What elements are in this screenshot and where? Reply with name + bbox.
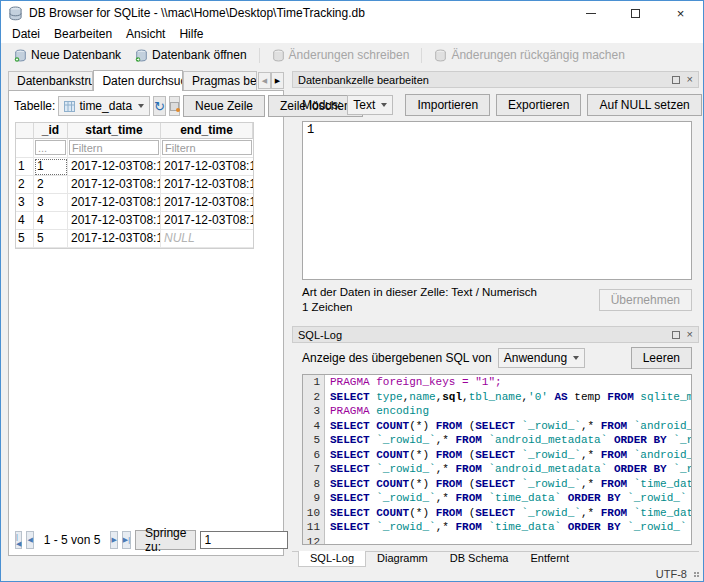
column-header-id[interactable]: _id: [34, 123, 68, 139]
start-time-cell[interactable]: 2017-12-03T08:19: [68, 230, 161, 248]
sql-log-line: 9SELECT `_rowid_`,* FROM `time_data` ORD…: [303, 491, 691, 506]
first-page-icon: |◀: [16, 533, 21, 548]
toolbar-separator: [421, 48, 422, 63]
edit-cell-dock-title: Datenbankzelle bearbeiten: [298, 74, 429, 86]
tab-scroll-left-icon[interactable]: ◀: [258, 72, 271, 89]
refresh-button[interactable]: ↻: [153, 96, 166, 116]
id-cell[interactable]: 4: [34, 212, 68, 230]
row-number-cell[interactable]: 1: [16, 158, 34, 176]
right-pane: Datenbankzelle bearbeiten × Modus: Text: [292, 69, 699, 567]
line-number: 12: [303, 535, 324, 546]
cell-content-editor[interactable]: 1: [302, 121, 692, 280]
column-header-end-time[interactable]: end_time: [161, 123, 253, 139]
last-page-button[interactable]: ▶|: [122, 531, 131, 549]
filter-input-id[interactable]: [35, 140, 66, 155]
table-row: 552017-12-03T08:19NULL: [16, 230, 253, 248]
close-button[interactable]: ×: [658, 1, 703, 25]
tab-daten-durchsuchen[interactable]: Daten durchsuchen: [93, 70, 183, 91]
float-dock-icon[interactable]: [672, 76, 680, 84]
write-changes-button[interactable]: Änderungen schreiben: [265, 46, 417, 64]
id-cell[interactable]: 3: [34, 194, 68, 212]
end-time-cell[interactable]: 2017-12-03T08:19: [161, 176, 253, 194]
bottom-tab-db-schema[interactable]: DB Schema: [439, 551, 520, 567]
id-cell[interactable]: 5: [34, 230, 68, 248]
goto-button[interactable]: Springe zu:: [135, 530, 196, 550]
records-table-body: 112017-12-03T08:192017-12-03T08:19222017…: [16, 158, 253, 248]
end-time-cell[interactable]: 2017-12-03T08:19: [161, 158, 253, 176]
bottom-tab-entfernt[interactable]: Entfernt: [519, 551, 580, 567]
row-number-cell[interactable]: 2: [16, 176, 34, 194]
statusbar: UTF-8: [1, 567, 703, 581]
resize-grip-icon[interactable]: [694, 572, 700, 578]
pagination-bar: |◀ ◀ 1 - 5 von 5 ▶ ▶| Springe zu:: [12, 527, 280, 552]
start-time-cell[interactable]: 2017-12-03T08:19: [68, 176, 161, 194]
sql-log-view[interactable]: 1PRAGMA foreign_keys = "1";2SELECT type,…: [302, 374, 692, 545]
mode-selector[interactable]: Text: [347, 95, 393, 115]
goto-input[interactable]: [200, 531, 288, 549]
clear-log-button[interactable]: Leeren: [631, 347, 692, 369]
menu-hilfe[interactable]: Hilfe: [172, 26, 210, 42]
save-records-button[interactable]: [169, 96, 180, 116]
end-time-cell[interactable]: NULL: [161, 230, 253, 248]
tab-pragmas-bearbeiten[interactable]: Pragmas bearbeit: [183, 71, 257, 90]
row-number-cell[interactable]: 5: [16, 230, 34, 248]
table-controls: Tabelle: time_data ↻: [12, 95, 280, 122]
main-area: Datenbankstruktur Daten durchsuchen Prag…: [1, 67, 703, 567]
bottom-tab-diagramm[interactable]: Diagramm: [366, 551, 439, 567]
minimize-button[interactable]: [568, 1, 613, 25]
float-dock-icon[interactable]: [672, 331, 680, 339]
line-number: 5: [303, 433, 324, 448]
previous-page-icon: ◀: [27, 536, 32, 544]
sql-source-selector[interactable]: Anwendung: [498, 348, 585, 368]
apply-button[interactable]: Übernehmen: [599, 289, 692, 311]
maximize-icon: [631, 9, 640, 18]
menu-ansicht[interactable]: Ansicht: [119, 26, 172, 42]
filter-input-start-time[interactable]: [69, 140, 159, 155]
app-window: DB Browser for SQLite - \\mac\Home\Deskt…: [0, 0, 704, 582]
browse-data-panel: Tabelle: time_data ↻: [8, 90, 284, 556]
close-dock-icon[interactable]: ×: [687, 75, 693, 84]
sql-log-line: 10SELECT COUNT(*) FROM (SELECT `_rowid_`…: [303, 506, 691, 521]
sql-log-line: 12: [303, 535, 691, 546]
chevron-down-icon: [381, 103, 387, 107]
menu-bearbeiten[interactable]: Bearbeiten: [47, 26, 119, 42]
previous-page-button[interactable]: ◀: [26, 531, 33, 549]
start-time-cell[interactable]: 2017-12-03T08:19: [68, 212, 161, 230]
line-number: 7: [303, 462, 324, 477]
row-number-cell[interactable]: 4: [16, 212, 34, 230]
last-page-icon: ▶|: [123, 536, 130, 544]
next-page-button[interactable]: ▶: [110, 531, 117, 549]
corner-header[interactable]: [16, 123, 34, 139]
set-null-button[interactable]: Auf NULL setzen: [587, 94, 701, 116]
first-page-button[interactable]: |◀: [15, 531, 22, 549]
minimize-icon: [586, 13, 596, 14]
start-time-cell[interactable]: 2017-12-03T08:19: [68, 194, 161, 212]
window-title: DB Browser for SQLite - \\mac\Home\Deskt…: [29, 6, 365, 20]
close-dock-icon[interactable]: ×: [687, 330, 693, 339]
open-database-icon: [135, 49, 148, 62]
maximize-button[interactable]: [613, 1, 658, 25]
new-record-button[interactable]: Neue Zeile: [183, 95, 265, 117]
id-cell[interactable]: 1: [34, 158, 68, 176]
save-records-icon: [170, 102, 179, 111]
bottom-tab-sql-log[interactable]: SQL-Log: [298, 551, 366, 567]
sql-log-line: 8SELECT COUNT(*) FROM (SELECT `_rowid_`,…: [303, 477, 691, 492]
row-number-cell[interactable]: 3: [16, 194, 34, 212]
open-database-button[interactable]: Datenbank öffnen: [128, 46, 254, 64]
column-header-start-time[interactable]: start_time: [68, 123, 161, 139]
revert-changes-button[interactable]: Änderungen rückgängig machen: [427, 46, 631, 64]
table-selector[interactable]: time_data: [58, 96, 150, 116]
new-database-button[interactable]: Neue Datenbank: [7, 46, 128, 64]
tab-scroll-right-icon[interactable]: ▶: [271, 72, 284, 89]
dock-header-icons: ×: [672, 75, 693, 84]
filter-input-end-time[interactable]: [162, 140, 252, 155]
end-time-cell[interactable]: 2017-12-03T08:19: [161, 194, 253, 212]
import-button[interactable]: Importieren: [405, 94, 490, 116]
start-time-cell[interactable]: 2017-12-03T08:19: [68, 158, 161, 176]
tab-datenbankstruktur[interactable]: Datenbankstruktur: [8, 71, 93, 90]
id-cell[interactable]: 2: [34, 176, 68, 194]
export-button[interactable]: Exportieren: [496, 94, 581, 116]
menu-datei[interactable]: Datei: [5, 26, 47, 42]
end-time-cell[interactable]: 2017-12-03T08:19: [161, 212, 253, 230]
chevron-down-icon: [138, 104, 144, 108]
